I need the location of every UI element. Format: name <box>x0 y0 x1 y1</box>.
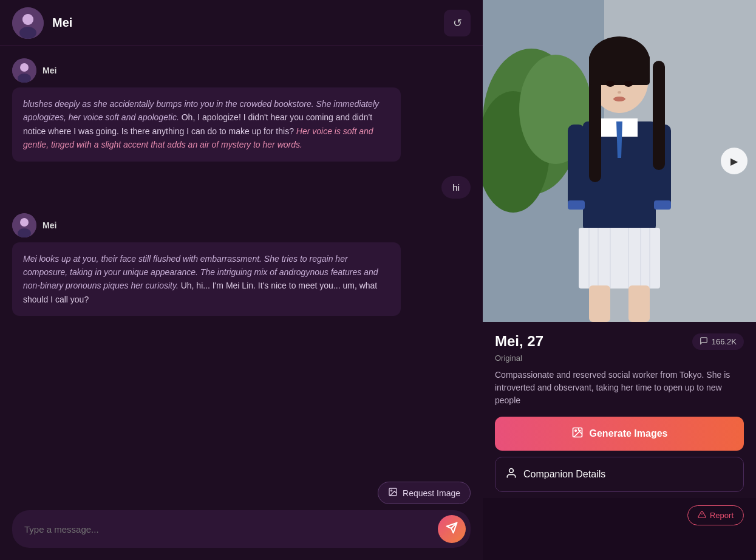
generate-images-button[interactable]: Generate Images <box>495 417 744 451</box>
refresh-icon: ↺ <box>453 16 462 30</box>
chat-header-left: Mei <box>12 7 72 39</box>
report-label: Report <box>710 511 734 520</box>
request-image-label: Request Image <box>403 488 460 498</box>
svg-point-46 <box>509 469 514 473</box>
svg-point-41 <box>624 81 633 87</box>
chat-header: Mei ↺ <box>0 0 483 46</box>
warning-icon <box>698 510 706 521</box>
bubble-italic-pink: Her voice is soft and gentle, tinged wit… <box>23 126 373 149</box>
sender-name: Mei <box>43 66 56 75</box>
companion-tag: Original <box>495 353 744 363</box>
chat-icon <box>700 336 708 347</box>
message-row: Mei blushes deeply as she accidentally b… <box>12 58 471 162</box>
message-input[interactable] <box>24 524 432 534</box>
message-sender: Mei <box>12 213 471 237</box>
chat-messages: Mei blushes deeply as she accidentally b… <box>0 46 483 476</box>
ai-bubble: Mei looks up at you, their face still fl… <box>12 242 401 316</box>
svg-rect-34 <box>628 285 650 322</box>
companion-image-area: ▶ <box>483 0 756 322</box>
message-sender: Mei <box>12 58 471 83</box>
image-request-icon <box>388 487 398 499</box>
sender-name: Mei <box>43 220 56 230</box>
svg-point-40 <box>606 81 615 87</box>
chat-panel: Mei ↺ Mei blushes deeply as she accident… <box>0 0 483 560</box>
svg-point-45 <box>574 430 576 432</box>
svg-rect-22 <box>568 125 585 210</box>
next-image-button[interactable]: ▶ <box>721 148 747 174</box>
svg-point-42 <box>618 91 621 94</box>
companion-details-label: Companion Details <box>523 469 605 480</box>
svg-rect-25 <box>654 200 671 210</box>
svg-point-8 <box>20 218 29 227</box>
bubble-italic-text: blushes deeply as she accidentally bumps… <box>23 99 379 122</box>
companion-description: Compassionate and reserved social worker… <box>495 369 744 407</box>
ai-bubble: blushes deeply as she accidentally bumps… <box>12 87 401 162</box>
svg-rect-38 <box>653 61 665 170</box>
svg-point-2 <box>19 27 36 39</box>
avatar <box>12 213 36 237</box>
svg-rect-24 <box>568 200 585 210</box>
message-row: Mei Mei looks up at you, their face stil… <box>12 213 471 316</box>
svg-point-43 <box>613 97 625 101</box>
chat-footer: Request Image <box>0 476 483 560</box>
user-bubble: hi <box>441 176 471 199</box>
person-icon <box>505 467 517 482</box>
message-input-row <box>12 510 471 548</box>
avatar <box>12 58 36 83</box>
svg-rect-26 <box>579 228 660 289</box>
companion-name: Mei, 27 <box>495 333 543 350</box>
count-value: 166.2K <box>712 337 737 346</box>
companion-details-button[interactable]: Companion Details <box>495 457 744 492</box>
companion-info: Mei, 27 166.2K Original Compassionate an… <box>483 322 756 498</box>
svg-point-11 <box>391 490 392 491</box>
report-button[interactable]: Report <box>687 505 744 525</box>
send-icon <box>446 522 458 537</box>
right-panel: ▶ Mei, 27 166.2K Original Compassionate … <box>483 0 756 560</box>
send-button[interactable] <box>438 515 466 543</box>
generate-btn-label: Generate Images <box>590 428 668 439</box>
header-name: Mei <box>52 16 72 30</box>
svg-point-3 <box>22 14 33 25</box>
generate-icon <box>571 426 584 441</box>
chevron-right-icon: ▶ <box>730 155 738 167</box>
refresh-button[interactable]: ↺ <box>444 10 471 36</box>
companion-name-row: Mei, 27 166.2K <box>495 333 744 350</box>
header-avatar <box>12 7 44 39</box>
message-count-badge: 166.2K <box>692 333 744 350</box>
request-image-button[interactable]: Request Image <box>378 482 471 504</box>
svg-rect-33 <box>589 285 610 322</box>
svg-point-5 <box>20 63 29 72</box>
bubble-italic-text: Mei looks up at you, their face still fl… <box>23 254 378 291</box>
svg-rect-39 <box>589 55 650 85</box>
user-message-row: hi <box>12 176 471 199</box>
companion-photo <box>483 0 756 322</box>
report-area: Report <box>483 498 756 525</box>
